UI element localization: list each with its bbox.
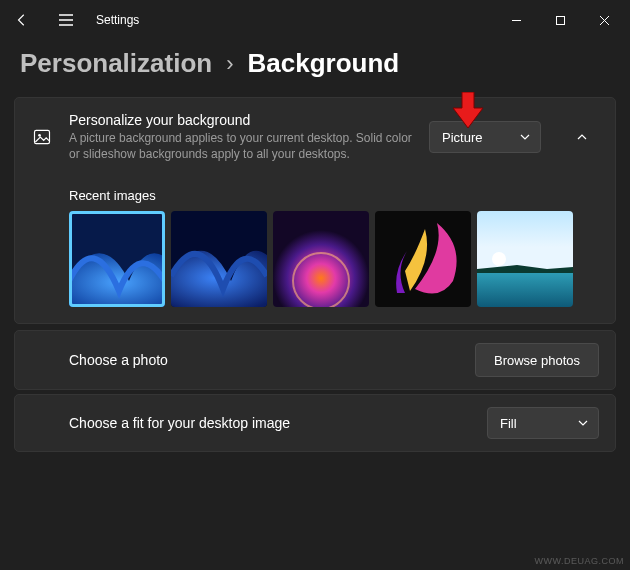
personalize-background-card: Personalize your background A picture ba…	[14, 97, 616, 324]
chevron-down-icon	[578, 418, 588, 428]
recent-images-label: Recent images	[69, 188, 599, 203]
collapse-button[interactable]	[565, 121, 599, 153]
chevron-down-icon	[520, 132, 530, 142]
callout-arrow-icon	[453, 92, 483, 128]
fit-dropdown[interactable]: Fill	[487, 407, 599, 439]
background-type-dropdown[interactable]: Picture	[429, 121, 541, 153]
recent-image-3[interactable]	[273, 211, 369, 307]
svg-rect-8	[477, 211, 573, 271]
svg-rect-5	[273, 211, 369, 307]
personalize-title: Personalize your background	[69, 112, 413, 128]
breadcrumb-current: Background	[247, 48, 399, 79]
recent-image-4[interactable]	[375, 211, 471, 307]
menu-button[interactable]	[48, 2, 84, 38]
svg-rect-9	[477, 271, 573, 307]
svg-point-10	[492, 252, 506, 266]
recent-image-1[interactable]	[69, 211, 165, 307]
picture-icon	[31, 126, 53, 148]
recent-images-grid	[69, 211, 599, 307]
choose-photo-label: Choose a photo	[69, 352, 459, 368]
window-title: Settings	[96, 13, 139, 27]
choose-photo-row: Choose a photo Browse photos	[14, 330, 616, 390]
maximize-button[interactable]	[538, 0, 582, 40]
svg-rect-0	[556, 16, 564, 24]
recent-image-2[interactable]	[171, 211, 267, 307]
minimize-button[interactable]	[494, 0, 538, 40]
close-button[interactable]	[582, 0, 626, 40]
breadcrumb: Personalization › Background	[0, 40, 630, 97]
chevron-right-icon: ›	[226, 51, 233, 77]
breadcrumb-parent[interactable]: Personalization	[20, 48, 212, 79]
recent-image-5[interactable]	[477, 211, 573, 307]
svg-rect-1	[35, 131, 50, 144]
watermark: WWW.DEUAG.COM	[535, 556, 625, 566]
fit-dropdown-value: Fill	[500, 416, 517, 431]
titlebar: Settings	[0, 0, 630, 40]
svg-point-2	[38, 134, 41, 137]
dropdown-value: Picture	[442, 130, 482, 145]
back-button[interactable]	[4, 2, 40, 38]
chevron-up-icon	[577, 132, 587, 142]
personalize-subtitle: A picture background applies to your cur…	[69, 130, 413, 162]
choose-fit-label: Choose a fit for your desktop image	[69, 415, 471, 431]
choose-fit-row: Choose a fit for your desktop image Fill	[14, 394, 616, 452]
browse-photos-button[interactable]: Browse photos	[475, 343, 599, 377]
